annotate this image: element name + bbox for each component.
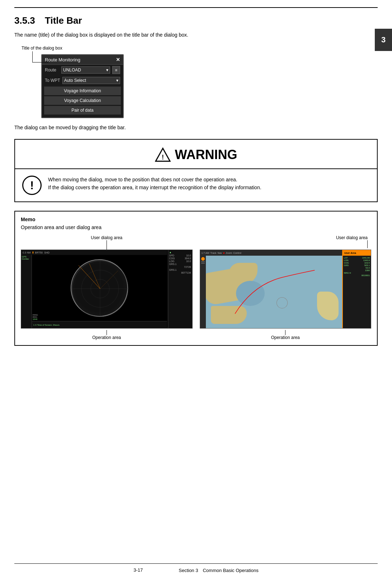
right-top-label: User dialog area [336,235,368,240]
voyage-information-button[interactable]: Voyage Information [44,87,121,95]
warning-body-text: When moving the dialog, move to the posi… [48,176,261,192]
route-label: Route [45,68,59,73]
to-wpt-select[interactable]: Auto Select ▾ [62,77,120,84]
radar-data-panel: ▲ SPD10.0 COG304.0 LOG10.0 GRS.1 72726 G… [168,250,192,328]
left-diagram: User dialog area 0.3 NM ▮ BRT50 SHD [21,235,193,340]
dropdown-arrow-icon: ▾ [106,68,108,73]
to-wpt-value: Auto Select [64,78,86,83]
radar-circle [71,259,128,317]
warning-line-3: information. [235,185,261,190]
warning-line-1: When moving the dialog, move to the posi… [48,177,237,182]
pair-of-data-button[interactable]: Pair of data [44,106,121,115]
move-text: The dialog can be moved by dragging the … [14,125,378,130]
right-chart-screen: 1:7 AM Track Nav ■ Zoom Control [200,250,372,329]
svg-line-8 [89,264,100,289]
memo-box: Memo Operation area and user dialog area… [14,211,378,346]
section-title: 3.5.3 Title Bar [14,11,378,26]
svg-point-10 [277,297,287,308]
dropdown-arrow-icon-2: ▾ [116,78,118,83]
dialog-titlebar[interactable]: Route Monitoring ✕ [42,55,123,65]
warning-body: ! When moving the dialog, move to the po… [15,169,377,201]
warning-exclamation-icon: ! [22,176,42,195]
diagram-container: User dialog area 0.3 NM ▮ BRT50 SHD [21,235,371,340]
intro-text: The name (title) of the dialog box is di… [14,32,378,38]
svg-text:!: ! [162,154,164,161]
dialog-close-button[interactable]: ✕ [116,57,120,62]
to-wpt-row: To WPT Auto Select ▾ [42,75,123,85]
right-diagram: User dialog area 1:7 AM Track Nav ■ Zoom [200,235,372,340]
memo-title: Memo [21,217,371,222]
warning-box: ! WARNING ! When moving the dialog, move… [14,139,378,202]
memo-subtitle: Operation area and user dialog area [21,224,371,230]
route-menu-icon[interactable]: ≡ [112,66,120,74]
left-radar-screen: 0.3 NM ▮ BRT50 SHD GPS Combo [21,250,193,329]
section-number: 3.5.3 [14,15,35,26]
title-label-annotation: Title of the dialog box [22,46,62,51]
route-select[interactable]: UNLOAD ▾ [61,66,110,74]
warning-header: ! WARNING [15,140,377,169]
warning-line-2: If the dialog covers the operation area,… [48,185,234,190]
route-row: Route UNLOAD ▾ ≡ [42,65,123,75]
route-monitoring-dialog: Route Monitoring ✕ Route UNLOAD ▾ ≡ To W… [41,54,124,118]
section-tab-number: 3 [381,35,386,44]
warning-triangle-icon: ! [155,147,171,163]
dialog-title-text: Route Monitoring [45,57,80,62]
voyage-calculation-button[interactable]: Voyage Calculation [44,96,121,105]
section-title-text: Title Bar [45,15,82,26]
page-footer: 3-17 Section 3 Common Basic Operations [14,563,378,574]
page-number: 3-17 [133,567,143,574]
to-wpt-label: To WPT [45,78,60,83]
section-text: Section 3 Common Basic Operations [179,567,259,574]
left-bottom-label: Operation area [92,335,121,340]
top-rule [14,7,378,8]
radar-display: 0.3 NM ▮ BRT50 SHD GPS Combo [21,250,192,328]
page-container: 3 3.5.3 Title Bar The name (title) of th… [0,0,392,581]
right-bottom-label: Operation area [271,335,300,340]
dialog-illustration: Title of the dialog box Route Monitoring… [22,45,378,118]
left-top-label: User dialog area [91,235,122,240]
warning-text-header: WARNING [175,147,237,162]
route-value: UNLOAD [63,68,81,73]
